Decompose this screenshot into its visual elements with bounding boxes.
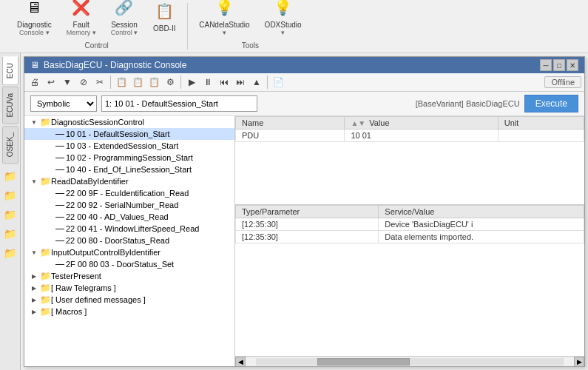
- tool-btn-6[interactable]: 📋: [114, 75, 129, 90]
- label-door-status-set: 2F 00 80 03 - DoorStatus_Set: [66, 260, 174, 269]
- obd-label: OBD-II: [153, 24, 176, 33]
- file-icon-default-session: —: [54, 129, 66, 139]
- tree-node-user-messages[interactable]: ▶ 📁 [ User defined messages ]: [24, 294, 234, 306]
- file-icon-serial-num: —: [54, 200, 66, 210]
- tree-node-raw-telegrams[interactable]: ▶ 📁 [ Raw Telegrams ]: [24, 282, 234, 294]
- scroll-thumb[interactable]: [317, 358, 410, 366]
- tool-btn-8[interactable]: 📋: [146, 75, 161, 90]
- control-items: 🖥 Diagnostic Console ▾ ❌ Fault Memory ▾ …: [12, 0, 181, 40]
- tool-btn-12[interactable]: ⏮: [217, 75, 232, 90]
- tree-node-tester-present[interactable]: ▶ 📁 TesterPresent: [24, 270, 234, 282]
- tool-btn-15[interactable]: 📄: [271, 75, 285, 90]
- expand-prog-session: [44, 152, 54, 163]
- expand-io-control[interactable]: ▼: [29, 247, 39, 258]
- tree-node-extended-session[interactable]: — 10 03 - ExtendedSession_Start: [24, 140, 234, 152]
- sidebar-icon-1[interactable]: 📁: [2, 168, 18, 184]
- tree-node-door-status-set[interactable]: — 2F 00 80 03 - DoorStatus_Set: [24, 258, 234, 270]
- expand-ad-values: [44, 212, 54, 222]
- sidebar-icon-2[interactable]: 📁: [2, 187, 18, 204]
- minimize-button[interactable]: ─: [540, 59, 552, 71]
- label-raw-telegrams: [ Raw Telegrams ]: [51, 283, 116, 292]
- tree-node-serial-num[interactable]: — 22 00 92 - SerialNumber_Read: [24, 199, 234, 211]
- folder-icon-read-data: 📁: [39, 176, 51, 186]
- horizontal-scrollbar[interactable]: ◀ ▶: [235, 356, 584, 366]
- expand-ecu-ident: [44, 188, 54, 198]
- tool-btn-10[interactable]: ▶: [184, 75, 199, 90]
- log-type-2: [12:35:30]: [236, 231, 379, 243]
- expand-raw-telegrams[interactable]: ▶: [29, 283, 39, 293]
- command-bar: Symbolic [BaseVariant] BasicDiagECU Exec…: [24, 92, 584, 116]
- tool-btn-7[interactable]: 📋: [130, 75, 145, 90]
- scroll-left-btn[interactable]: ◀: [235, 357, 246, 367]
- expand-macros[interactable]: ▶: [29, 306, 39, 317]
- window-title: BasicDiagECU - Diagnostic Console: [44, 60, 186, 70]
- label-serial-num: 22 00 92 - SerialNumber_Read: [66, 201, 178, 209]
- sidebar-tab-osek[interactable]: OSEK_: [2, 126, 18, 164]
- tree-node-macros[interactable]: ▶ 📁 [ Macros ]: [24, 306, 234, 317]
- command-input[interactable]: [101, 95, 257, 112]
- tree-node-ecu-ident[interactable]: — 22 00 9F - EcuIdentification_Read: [24, 187, 234, 199]
- candela-sublabel: ▾: [223, 29, 226, 36]
- tool-btn-14[interactable]: ▲: [249, 75, 264, 90]
- log-row-1: [12:35:30] Device 'BasicDiagECU' i: [236, 218, 584, 231]
- file-icon-ext-session: —: [54, 141, 66, 151]
- obd-button[interactable]: 📋 OBD-II: [147, 0, 181, 36]
- separator-3: [267, 75, 268, 89]
- sidebar-tab-ecuva[interactable]: ECUVa: [2, 87, 18, 124]
- window-toolbar: 🖨 ↩ ▼ ⊘ ✂ 📋 📋 📋 ⚙ ▶ ⏸ ⏮ ⏭ ▲ 📄 Offline: [24, 73, 584, 92]
- tree-node-default-session[interactable]: — 10 01 - DefaultSession_Start: [24, 128, 234, 140]
- tool-btn-4[interactable]: ⊘: [76, 75, 91, 90]
- diagnostic-console-button[interactable]: 🖥 Diagnostic Console ▾: [12, 0, 57, 40]
- sidebar-icon-group: 📁 📁 📁 📁 📁: [2, 168, 18, 261]
- scroll-track[interactable]: [256, 358, 564, 366]
- tool-btn-11[interactable]: ⏸: [200, 75, 215, 90]
- close-button[interactable]: ✕: [567, 59, 578, 71]
- sidebar-icon-4[interactable]: 📁: [2, 226, 18, 242]
- log-row-2: [12:35:30] Data elements imported.: [236, 231, 584, 243]
- label-window-lifter: 22 00 41 - WindowLifterSpeed_Read: [66, 224, 199, 233]
- expand-user-messages[interactable]: ▶: [29, 295, 39, 305]
- tree-node-programming-session[interactable]: — 10 02 - ProgrammingSession_Start: [24, 152, 234, 164]
- execute-button[interactable]: Execute: [524, 95, 578, 112]
- detail-unit-pdu: [498, 130, 584, 142]
- candela-icon: 💡: [212, 0, 236, 19]
- tree-node-window-lifter[interactable]: — 22 00 41 - WindowLifterSpeed_Read: [24, 223, 234, 235]
- tree-node-ad-values[interactable]: — 22 00 40 - AD_Values_Read: [24, 211, 234, 223]
- main-toolbar: 🖥 Diagnostic Console ▾ ❌ Fault Memory ▾ …: [0, 0, 588, 53]
- detail-table: Name ▲▼ Value Unit PDU 10: [235, 116, 584, 205]
- tool-btn-9[interactable]: ⚙: [163, 75, 178, 90]
- label-default-session: 10 01 - DefaultSession_Start: [66, 130, 170, 138]
- file-icon-window-lifter: —: [54, 223, 66, 234]
- tool-btn-5[interactable]: ✂: [92, 75, 107, 90]
- main-window: 🖥 BasicDiagECU - Diagnostic Console ─ □ …: [24, 56, 585, 367]
- sidebar-icon-3[interactable]: 📁: [2, 206, 18, 223]
- tree-node-door-status-read[interactable]: — 22 00 80 - DoorStatus_Read: [24, 235, 234, 246]
- tree-node-end-of-line[interactable]: — 10 40 - End_Of_LineSession_Start: [24, 164, 234, 175]
- window-title-bar: 🖥 BasicDiagECU - Diagnostic Console ─ □ …: [24, 57, 584, 73]
- sidebar-icon-5[interactable]: 📁: [2, 245, 18, 261]
- tool-btn-1[interactable]: 🖨: [27, 75, 42, 90]
- tool-btn-3[interactable]: ▼: [60, 75, 75, 90]
- tool-btn-13[interactable]: ⏭: [233, 75, 248, 90]
- diagnostic-sublabel: Console ▾: [19, 29, 50, 36]
- file-icon-prog-session: —: [54, 152, 66, 163]
- folder-icon-raw-telegrams: 📁: [39, 283, 51, 293]
- scroll-right-btn[interactable]: ▶: [574, 357, 584, 367]
- fault-memory-button[interactable]: ❌ Fault Memory ▾: [61, 0, 101, 40]
- candela-studio-button[interactable]: 💡 CANdelaStudio ▾: [194, 0, 254, 40]
- sidebar-tab-ecu[interactable]: ECU: [2, 56, 18, 85]
- odx-studio-button[interactable]: 💡 ODXStudio ▾: [260, 0, 307, 40]
- session-control-button[interactable]: 🔗 Session Control ▾: [106, 0, 143, 40]
- expand-read-data[interactable]: ▼: [29, 176, 39, 186]
- tree-node-read-data[interactable]: ▼ 📁 ReadDataByIdentifier: [24, 175, 234, 187]
- folder-icon-diag-session: 📁: [39, 117, 51, 127]
- maximize-button[interactable]: □: [553, 59, 565, 71]
- tree-node-diag-session[interactable]: ▼ 📁 DiagnosticSessionControl: [24, 116, 234, 128]
- col-header-name: Name: [236, 117, 345, 130]
- symbolic-select[interactable]: Symbolic: [30, 95, 97, 112]
- tree-node-io-control[interactable]: ▼ 📁 InputOutputControlByIdentifier: [24, 246, 234, 258]
- expand-default-session: [44, 129, 54, 139]
- expand-tester-present[interactable]: ▶: [29, 271, 39, 281]
- expand-diag-session[interactable]: ▼: [29, 117, 39, 127]
- tool-btn-2[interactable]: ↩: [44, 75, 58, 90]
